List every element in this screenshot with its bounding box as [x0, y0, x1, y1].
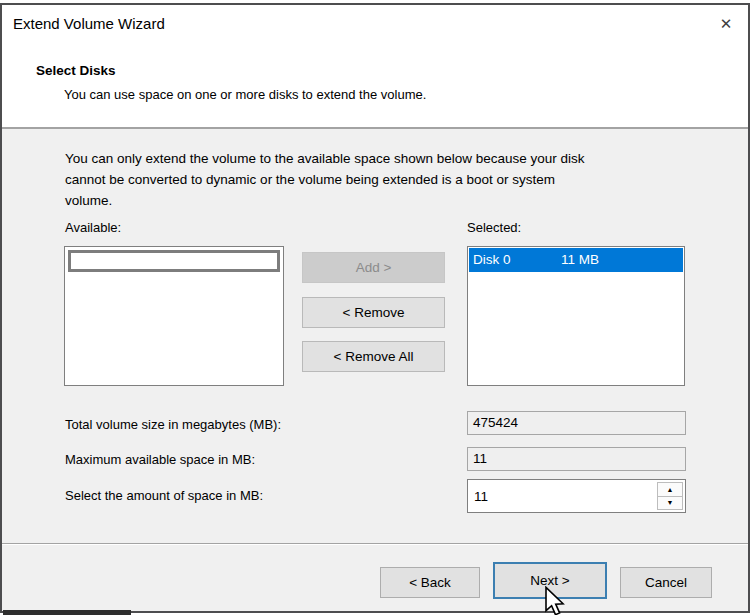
close-icon: ✕: [720, 15, 733, 33]
spinner-buttons: ▲ ▼: [657, 482, 683, 510]
available-focus-item: [68, 250, 280, 272]
next-button[interactable]: Next >: [493, 562, 607, 599]
remove-all-button[interactable]: < Remove All: [302, 341, 445, 372]
total-size-value: 475424: [467, 411, 686, 435]
max-space-label: Maximum available space in MB:: [65, 452, 255, 467]
description-line: You can only extend the volume to the av…: [65, 148, 585, 169]
cancel-button[interactable]: Cancel: [620, 567, 712, 598]
footer-divider: [2, 543, 748, 545]
disk-size: 11 MB: [561, 248, 599, 272]
available-label: Available:: [65, 220, 121, 235]
description-text: You can only extend the volume to the av…: [65, 148, 585, 211]
close-button[interactable]: ✕: [712, 11, 740, 37]
add-button[interactable]: Add >: [302, 252, 445, 283]
wizard-header: Extend Volume Wizard ✕ Select Disks You …: [2, 5, 748, 129]
page-subtitle: You can use space on one or more disks t…: [64, 87, 426, 102]
spin-up-icon: ▲: [667, 486, 674, 493]
spin-down-button[interactable]: ▼: [657, 496, 683, 511]
screenshot-stage: Extend Volume Wizard ✕ Select Disks You …: [0, 0, 750, 615]
remove-button[interactable]: < Remove: [302, 297, 445, 328]
amount-space-spinbox: ▲ ▼: [467, 479, 686, 513]
back-button[interactable]: < Back: [380, 567, 480, 598]
page-title: Select Disks: [36, 63, 116, 78]
available-disks-listbox[interactable]: [64, 246, 284, 386]
total-size-label: Total volume size in megabytes (MB):: [65, 417, 281, 432]
selected-label: Selected:: [467, 220, 521, 235]
extend-volume-wizard-dialog: Extend Volume Wizard ✕ Select Disks You …: [0, 3, 750, 613]
amount-space-label: Select the amount of space in MB:: [65, 488, 263, 503]
description-line: volume.: [65, 190, 585, 211]
description-line: cannot be converted to dynamic or the vo…: [65, 169, 585, 190]
window-title: Extend Volume Wizard: [13, 15, 165, 32]
background-window-edge: [3, 610, 131, 615]
max-space-value: 11: [467, 447, 686, 471]
spin-up-button[interactable]: ▲: [657, 482, 683, 496]
amount-space-input[interactable]: [468, 480, 654, 512]
disk-name: Disk 0: [473, 248, 511, 272]
spin-down-icon: ▼: [667, 499, 674, 506]
selected-disks-listbox[interactable]: Disk 0 11 MB: [467, 246, 685, 386]
selected-disk-row[interactable]: Disk 0 11 MB: [469, 248, 683, 272]
